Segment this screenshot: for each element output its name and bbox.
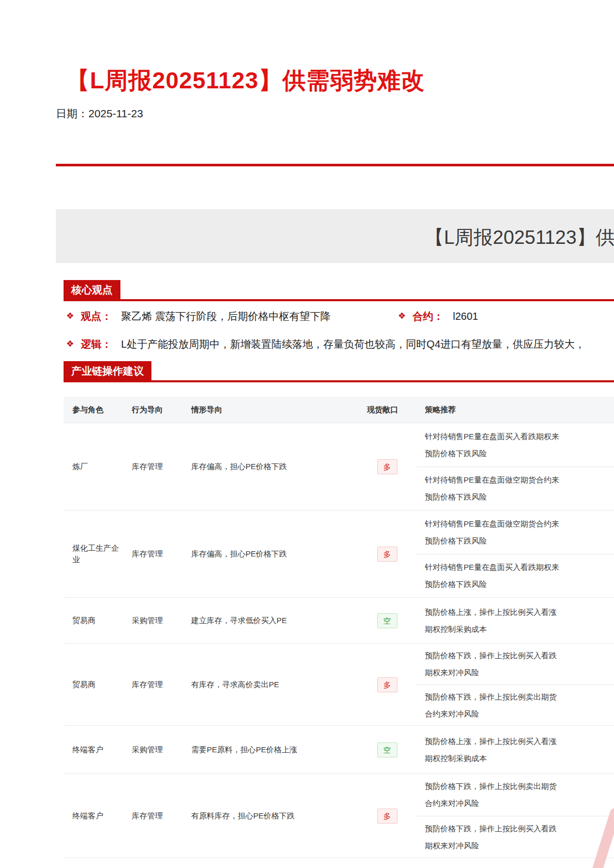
banner-title: 【L周报20251123】供需弱势难改 (425, 225, 614, 251)
strategy-line: 预防价格下跌，操作上按比例买入看跌 (425, 823, 614, 834)
table-header-cell: 行为导向 (123, 405, 182, 415)
role-cell: 终端客户 (64, 726, 123, 773)
table-header-cell: 现货敞口 (358, 405, 416, 415)
viewpoint-row: ❖ 观点： 聚乙烯 震荡下行阶段，后期价格中枢有望下降 (66, 309, 331, 323)
strategy-line: 合约来对冲风险 (425, 708, 614, 719)
strategy-line: 针对待销售PE量在盘面做空期货合约来 (425, 474, 614, 485)
situation-cell-text: 库存偏高，担心PE价格下跌 (191, 548, 287, 560)
table-header-row: 参与角色行为导向情形导向现货敞口策略推荐 (64, 397, 614, 423)
behavior-cell: 库存管理 (123, 774, 182, 858)
strategy-cell: 预防价格下跌，操作上按比例买入看跌期权来对冲风险预防价格下跌，操作上按比例卖出期… (416, 644, 614, 725)
logic-row: ❖ 逻辑： L处于产能投放周期中，新增装置陆续落地，存量负荷也较高，同时Q4进口… (66, 337, 614, 351)
strategy-line: 合约来对冲风险 (425, 798, 614, 809)
logic-label: 逻辑： (81, 337, 112, 351)
contract-row: ❖ 合约： l2601 (398, 309, 478, 323)
strategy-line: 针对待销售PE量在盘面做空期货合约来 (425, 518, 614, 529)
exposure-cell: 空 (358, 726, 416, 773)
exposure-badge-short: 空 (377, 742, 397, 757)
logic-text: L处于产能投放周期中，新增装置陆续落地，存量负荷也较高，同时Q4进口有望放量，供… (121, 337, 585, 351)
strategy-recommendation: 针对待销售PE量在盘面买入看跌期权来预防价格下跌风险 (416, 423, 614, 467)
exposure-cell: 多 (358, 774, 416, 858)
table-row: 煤化工生产企业库存管理库存偏高，担心PE价格下跌多针对待销售PE量在盘面做空期货… (64, 510, 614, 598)
role-cell: 煤化工生产企业 (64, 510, 123, 597)
section-advice: 产业链操作建议 (64, 361, 614, 382)
role-cell: 炼厂 (64, 423, 123, 510)
exposure-badge-long: 多 (377, 547, 397, 562)
strategy-line: 期权控制采购成本 (425, 753, 614, 764)
exposure-badge-long: 多 (377, 459, 397, 474)
contract-value: l2601 (453, 309, 478, 323)
role-cell-text: 终端客户 (72, 744, 103, 755)
situation-cell-text: 库存偏高，担心PE价格下跌 (191, 461, 287, 472)
behavior-cell: 库存管理 (123, 423, 182, 510)
exposure-badge-long: 多 (377, 809, 397, 824)
behavior-cell: 采购管理 (123, 726, 182, 773)
exposure-cell: 多 (358, 510, 416, 597)
section-advice-badge: 产业链操作建议 (64, 361, 151, 380)
strategy-line: 预防价格下跌风险 (425, 448, 614, 459)
diamond-bullet-icon: ❖ (66, 309, 74, 323)
strategy-cell: 预防价格上涨，操作上按比例买入看涨期权控制采购成本 (416, 598, 614, 643)
role-cell-text: 煤化工生产企业 (72, 542, 123, 565)
behavior-cell: 库存管理 (123, 644, 182, 725)
viewpoint-label: 观点： (81, 309, 112, 323)
exposure-cell: 空 (358, 598, 416, 643)
strategy-line: 期权控制采购成本 (425, 624, 614, 634)
strategy-line: 期权来对冲风险 (425, 667, 614, 678)
behavior-cell-text: 采购管理 (132, 615, 163, 626)
diamond-bullet-icon: ❖ (66, 337, 74, 351)
strategy-line: 预防价格下跌，操作上按比例卖出期货 (425, 781, 614, 792)
date-value: 2025-11-23 (88, 107, 143, 119)
strategy-recommendation: 针对待销售PE量在盘面做空期货合约来预防价格下跌风险 (416, 510, 614, 554)
strategy-cell: 预防价格下跌，操作上按比例卖出期货合约来对冲风险预防价格下跌，操作上按比例买入看… (416, 774, 614, 858)
report-date: 日期：2025-11-23 (56, 106, 143, 121)
table-row: 终端客户采购管理需要PE原料，担心PE价格上涨空预防价格上涨，操作上按比例买入看… (64, 726, 614, 774)
situation-cell: 库存偏高，担心PE价格下跌 (182, 423, 358, 510)
exposure-cell: 多 (358, 644, 416, 725)
page-title: 【L周报20251123】供需弱势难改 (66, 65, 425, 96)
strategy-line: 预防价格上涨，操作上按比例买入看涨 (425, 607, 614, 617)
role-cell-text: 终端客户 (72, 810, 103, 822)
strategy-recommendation: 预防价格下跌，操作上按比例买入看跌期权来对冲风险 (416, 644, 614, 685)
strategy-recommendation: 预防价格下跌，操作上按比例买入看跌期权来对冲风险 (416, 816, 614, 858)
red-divider-rule (56, 164, 614, 166)
situation-cell: 建立库存，寻求低价买入PE (182, 598, 358, 643)
strategy-recommendation: 针对待销售PE量在盘面做空期货合约来预防价格下跌风险 (416, 467, 614, 510)
role-cell: 贸易商 (64, 598, 123, 643)
behavior-cell-text: 采购管理 (132, 744, 163, 755)
strategy-line: 针对待销售PE量在盘面买入看跌期权来 (425, 431, 614, 442)
behavior-cell: 库存管理 (123, 510, 182, 597)
strategy-line: 预防价格下跌风险 (425, 491, 614, 502)
strategy-line: 预防价格上涨，操作上按比例买入看涨 (425, 736, 614, 747)
behavior-cell-text: 库存管理 (132, 810, 163, 822)
table-header-cell: 策略推荐 (416, 405, 614, 415)
strategy-line: 期权来对冲风险 (425, 840, 614, 851)
situation-cell-text: 有库存，寻求高价卖出PE (191, 679, 279, 690)
strategy-recommendation: 预防价格上涨，操作上按比例买入看涨期权控制采购成本 (416, 598, 614, 643)
contract-label: 合约： (412, 309, 443, 323)
situation-cell: 有库存，寻求高价卖出PE (182, 644, 358, 725)
situation-cell-text: 有原料库存，担心PE价格下跌 (191, 810, 295, 822)
strategy-line: 针对待销售PE量在盘面买入看跌期权来 (425, 562, 614, 572)
situation-cell: 有原料库存，担心PE价格下跌 (182, 774, 358, 858)
strategy-recommendation: 预防价格下跌，操作上按比例卖出期货合约来对冲风险 (416, 774, 614, 816)
role-cell: 贸易商 (64, 644, 123, 725)
diamond-bullet-icon: ❖ (398, 309, 406, 323)
strategy-cell: 预防价格上涨，操作上按比例买入看涨期权控制采购成本 (416, 726, 614, 773)
table-row: 终端客户库存管理有原料库存，担心PE价格下跌多预防价格下跌，操作上按比例卖出期货… (64, 774, 614, 858)
report-banner: 【L周报20251123】供需弱势难改 (56, 209, 614, 263)
behavior-cell-text: 库存管理 (132, 679, 163, 690)
behavior-cell: 采购管理 (123, 598, 182, 643)
situation-cell-text: 建立库存，寻求低价买入PE (191, 615, 287, 626)
strategy-line: 预防价格下跌，操作上按比例买入看跌 (425, 650, 614, 661)
situation-cell-text: 需要PE原料，担心PE价格上涨 (191, 744, 297, 755)
section-core-badge: 核心观点 (64, 280, 120, 299)
behavior-cell-text: 库存管理 (132, 548, 163, 560)
section-core-viewpoint: 核心观点 (64, 280, 614, 301)
strategy-recommendation: 预防价格上涨，操作上按比例买入看涨期权控制采购成本 (416, 726, 614, 773)
viewpoint-text: 聚乙烯 震荡下行阶段，后期价格中枢有望下降 (121, 309, 331, 323)
table-header-cell: 参与角色 (64, 405, 123, 415)
table-row: 贸易商采购管理建立库存，寻求低价买入PE空预防价格上涨，操作上按比例买入看涨期权… (64, 598, 614, 644)
strategy-line: 预防价格下跌风险 (425, 535, 614, 546)
strategy-recommendation: 预防价格下跌，操作上按比例卖出期货合约来对冲风险 (416, 685, 614, 726)
